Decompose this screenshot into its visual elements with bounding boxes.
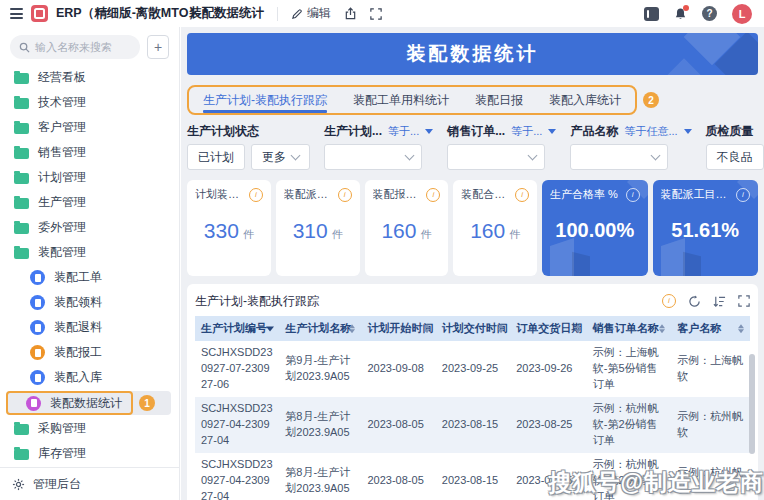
kpi-card-pass-rate: 生产合格率 %i 100.00% <box>542 180 647 276</box>
export-icon[interactable] <box>344 7 357 20</box>
column-header-customer-name[interactable]: 客户名称 <box>671 316 750 341</box>
sidebar-item-planning[interactable]: 计划管理 <box>0 165 179 190</box>
info-icon[interactable]: i <box>515 188 529 202</box>
tab-assembly-daily-report[interactable]: 装配日报 <box>475 87 523 113</box>
sort-icon[interactable] <box>349 324 356 334</box>
banner-decoration <box>661 58 706 75</box>
chevron-down-icon <box>528 151 538 161</box>
sidebar-item-production[interactable]: 生产管理 <box>0 190 179 215</box>
table-scrollbar[interactable] <box>749 354 755 454</box>
column-header-plan-code[interactable]: 生产计划编号 <box>195 316 279 341</box>
fullscreen-icon[interactable] <box>370 8 382 20</box>
annotation-badge-1: 1 <box>139 395 155 411</box>
sidebar-item-label: 装配工单 <box>54 269 102 286</box>
info-icon[interactable]: i <box>249 188 263 202</box>
tab-warehousing-stats[interactable]: 装配入库统计 <box>549 87 621 113</box>
sidebar-item-dashboard[interactable]: 经营看板 <box>0 65 179 90</box>
sidebar-item-technology[interactable]: 技术管理 <box>0 90 179 115</box>
tab-plan-execution-tracking[interactable]: 生产计划-装配执行跟踪 <box>203 87 327 113</box>
column-label: 客户名称 <box>677 322 721 334</box>
user-avatar[interactable]: L <box>732 4 752 24</box>
page-tab-title: 装配数据统计 <box>189 5 264 22</box>
production-plan-select[interactable] <box>324 144 422 170</box>
card-decoration <box>683 252 701 276</box>
filter-sales-order: 销售订单... 等于... <box>447 123 556 170</box>
sort-icon[interactable] <box>575 324 582 334</box>
sidebar-item-customers[interactable]: 客户管理 <box>0 115 179 140</box>
table-cell: 2023-09-26 <box>510 341 587 397</box>
sidebar-item-inventory[interactable]: 库存管理 <box>0 441 179 466</box>
status-planned-button[interactable]: 已计划 <box>187 144 245 170</box>
filter-operator[interactable]: 等于... <box>511 124 542 139</box>
column-header-start-date[interactable]: 计划开始时间 <box>361 316 435 341</box>
sidebar-item-assembly-stats[interactable]: 装配数据统计 1 <box>6 391 171 415</box>
document-icon <box>30 270 45 285</box>
add-button[interactable]: + <box>147 35 169 59</box>
table-cell: 第9月-生产计划2023.9A05 <box>279 341 361 397</box>
edit-button[interactable]: 编辑 <box>291 5 331 22</box>
help-icon[interactable]: ? <box>702 6 717 21</box>
column-header-sales-order-name[interactable]: 销售订单名称 <box>587 316 671 341</box>
dropdown-caret-icon[interactable] <box>548 129 556 134</box>
topbar: ERP（精细版-离散MTO） 装配数据统计 编辑 ? L <box>0 0 764 27</box>
column-header-order-ship-date[interactable]: 订单交货日期 <box>510 316 587 341</box>
kpi-value: 330 <box>204 219 239 242</box>
sidebar-item-assembly[interactable]: 装配管理 <box>0 240 179 265</box>
button-label: 已计划 <box>198 149 234 166</box>
sidebar-item-admin[interactable]: 管理后台 <box>0 467 179 500</box>
dropdown-caret-icon[interactable] <box>425 129 433 134</box>
panel-toggle-icon[interactable] <box>644 7 659 21</box>
info-icon[interactable]: i <box>338 188 352 202</box>
sales-order-select[interactable] <box>447 144 545 170</box>
filter-plan-status: 生产计划状态 已计划 更多 <box>187 123 310 170</box>
table-row[interactable]: SCJHXSDD230927-07-230927-06 第9月-生产计划2023… <box>195 341 750 397</box>
kpi-card-dispatch-target: 装配派工目标完...i 51.61% <box>653 180 758 276</box>
sort-desc-icon[interactable] <box>266 326 274 331</box>
filter-label: 生产计划状态 <box>187 123 259 140</box>
sidebar-item-outsourcing[interactable]: 委外管理 <box>0 215 179 240</box>
tab-workorder-material-stats[interactable]: 装配工单用料统计 <box>353 87 449 113</box>
table-cell: 示例：杭州帆软-第2份销售订单 <box>587 397 671 453</box>
button-label: 不良品 <box>717 149 753 166</box>
table-cell: 2023-08-15 <box>436 397 510 453</box>
table-row[interactable]: SCJHXSDD230927-04-230927-04 第8月-生产计划2023… <box>195 397 750 453</box>
sidebar-item-assembly-reporting[interactable]: 装配报工 <box>0 340 179 365</box>
info-icon[interactable]: i <box>426 188 440 202</box>
refresh-icon[interactable] <box>688 295 701 308</box>
sidebar-item-label: 库存管理 <box>38 445 86 462</box>
filter-operator[interactable]: 等于... <box>388 124 419 139</box>
column-label: 生产计划名称 <box>285 322 351 334</box>
expand-icon[interactable] <box>738 295 750 307</box>
sidebar-item-purchasing[interactable]: 采购管理 <box>0 416 179 441</box>
filter-operator[interactable]: 等于任意... <box>624 124 677 139</box>
sort-settings-icon[interactable] <box>713 295 726 308</box>
column-header-delivery-date[interactable]: 计划交付时间 <box>436 316 510 341</box>
sidebar-item-assembly-picking[interactable]: 装配领料 <box>0 290 179 315</box>
sidebar-item-assembly-warehousing[interactable]: 装配入库 <box>0 365 179 390</box>
sidebar-item-sales[interactable]: 销售管理 <box>0 140 179 165</box>
search-input[interactable]: 输入名称来搜索 <box>10 35 140 59</box>
status-more-button[interactable]: 更多 <box>251 144 310 170</box>
defective-button[interactable]: 不良品 <box>706 144 764 170</box>
column-label: 订单交货日期 <box>516 322 582 334</box>
kpi-card-dispatched: 装配派工...i 310件 <box>276 180 360 276</box>
app-title: ERP（精细版-离散MTO） <box>56 5 201 22</box>
menu-toggle-icon[interactable] <box>10 8 23 19</box>
sidebar-item-label: 经营看板 <box>38 69 86 86</box>
erp-app-window: ERP（精细版-离散MTO） 装配数据统计 编辑 ? L <box>0 0 764 500</box>
sidebar-item-assembly-workorder[interactable]: 装配工单 <box>0 265 179 290</box>
notifications-bell-icon[interactable] <box>674 7 687 21</box>
sort-icon[interactable] <box>738 324 745 334</box>
column-label: 销售订单名称 <box>593 322 659 334</box>
sidebar-item-assembly-return[interactable]: 装配退料 <box>0 315 179 340</box>
column-header-plan-name[interactable]: 生产计划名称 <box>279 316 361 341</box>
sidebar-item-label: 生产管理 <box>38 194 86 211</box>
main-content: 装配数据统计 生产计划-装配执行跟踪 装配工单用料统计 装配日报 装配入库统计 … <box>181 27 764 500</box>
product-name-select[interactable] <box>570 144 668 170</box>
sort-icon[interactable] <box>424 324 431 334</box>
info-icon[interactable]: i <box>662 294 676 308</box>
sidebar: 输入名称来搜索 + 经营看板 技术管理 客户管理 销售管理 计划管理 生产管理 … <box>0 27 180 500</box>
sort-icon[interactable] <box>659 324 666 334</box>
sort-icon[interactable] <box>498 324 505 334</box>
dropdown-caret-icon[interactable] <box>684 129 692 134</box>
